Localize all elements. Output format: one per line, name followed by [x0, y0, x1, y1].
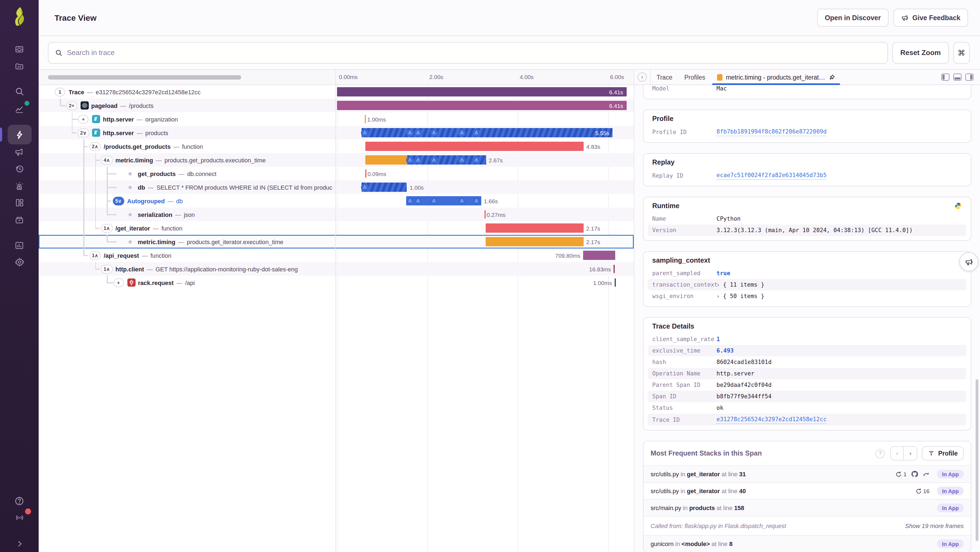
span-bar[interactable] [485, 223, 583, 233]
layout-right-icon[interactable] [965, 73, 974, 81]
trace-row[interactable]: metric.timing—products.get_iterator.exec… [39, 235, 634, 249]
expand-badge[interactable]: 2+ [66, 101, 77, 110]
trace-row[interactable]: 4∧metric.timing—products.get_products.ex… [39, 153, 634, 167]
curve-icon[interactable] [923, 471, 930, 478]
trace-row[interactable]: db—SELECT * FROM products WHERE id IN (S… [39, 180, 634, 194]
span-bar[interactable] [485, 237, 583, 246]
warning-icon[interactable]: ⚠ [473, 197, 480, 204]
sidebar-item-performance[interactable] [0, 126, 39, 143]
shortcuts-button[interactable]: ⌘ [953, 42, 970, 64]
warning-icon[interactable]: ⚠ [473, 129, 480, 137]
sidebar-item-help[interactable] [0, 493, 39, 509]
sidebar-item-releases[interactable] [0, 211, 39, 228]
span-label[interactable]: Trace—e31278c256524c3297e2cd12458e12cc [68, 85, 200, 99]
sidebar-item-broadcast[interactable] [0, 509, 39, 526]
search-input[interactable] [67, 48, 881, 57]
feedback-fab[interactable] [959, 252, 978, 271]
trace-row[interactable]: +http.server—organization1.00ms [39, 112, 634, 126]
called-from-row[interactable]: Called from: flask/app.py in Flask.dispa… [644, 516, 971, 535]
help-icon[interactable]: ? [875, 449, 885, 458]
detail-link[interactable]: 8fb7bb1891994f8c862f206e8722009d [716, 128, 827, 136]
github-icon[interactable] [911, 470, 919, 478]
span-label[interactable]: serialization—json [138, 207, 195, 221]
expand-badge[interactable]: + [113, 278, 124, 287]
expand-badge[interactable]: 1∧ [101, 265, 113, 273]
trace-row[interactable]: 1∧/api_request—function709.80ms [39, 249, 634, 262]
detail-value[interactable]: ›{ 50 items } [716, 292, 764, 300]
open-in-discover-button[interactable]: Open in Discover [817, 9, 889, 27]
warning-icon[interactable]: ⚠ [473, 156, 480, 164]
trace-row[interactable]: get_products—db.connect0.09ms [39, 167, 634, 180]
expand-badge[interactable]: 2∧ [89, 142, 101, 151]
sentry-logo-icon[interactable] [9, 6, 30, 27]
span-tick[interactable] [615, 278, 616, 287]
expand-badge[interactable]: 1∧ [89, 251, 101, 260]
warning-icon[interactable]: ⚠ [414, 156, 422, 164]
warning-icon[interactable]: ⚠ [406, 197, 414, 204]
sidebar-item-projects[interactable] [0, 58, 39, 74]
span-tick[interactable] [365, 115, 366, 123]
tab-profiles[interactable]: Profiles [678, 70, 711, 85]
span-tick[interactable] [614, 265, 615, 273]
trace-row[interactable]: 2∧/products.get_products—function4.83s [39, 139, 634, 153]
sidebar-item-crons[interactable] [0, 178, 39, 194]
show-more-frames-link[interactable]: Show 19 more frames [905, 523, 964, 529]
span-label[interactable]: Autogrouped—db [127, 194, 183, 207]
stack-frame-row[interactable]: src/utils.py in get_iterator at line 401… [644, 482, 971, 499]
reset-zoom-button[interactable]: Reset Zoom [892, 42, 949, 64]
span-label[interactable]: metric.timing—products.get_iterator.exec… [138, 235, 283, 249]
stack-frame-row[interactable]: src/utils.py in get_iterator at line 311… [644, 465, 971, 482]
span-label[interactable]: http.server—organization [103, 112, 178, 126]
trace-row[interactable]: 1∧http.client—GET https://application-mo… [39, 262, 634, 276]
sidebar-item-issues[interactable] [0, 41, 39, 57]
expand-badge[interactable]: 4∧ [101, 156, 113, 164]
span-bar[interactable] [362, 128, 612, 137]
expand-badge[interactable]: 1∧ [101, 224, 113, 232]
warning-icon[interactable]: ⚠ [430, 129, 438, 137]
span-bar[interactable] [337, 87, 626, 96]
trace-row[interactable]: 1Trace—e31278c256524c3297e2cd12458e12cc6… [39, 85, 634, 99]
span-label[interactable]: rack.request—/api [138, 276, 195, 289]
span-bar[interactable] [365, 142, 584, 151]
span-label[interactable]: /get_iterator—function [115, 221, 182, 235]
sidebar-item-insights[interactable] [0, 101, 39, 117]
prev-stack-button[interactable]: ‹ [891, 447, 904, 460]
sidebar-item-alerts[interactable] [0, 143, 39, 160]
panel-collapse-button[interactable]: › [634, 70, 651, 85]
span-label[interactable]: pageload—/products [91, 99, 154, 112]
warning-icon[interactable]: ⚠ [430, 156, 438, 164]
sidebar-item-explore[interactable] [0, 83, 39, 100]
detail-value[interactable]: ›{ 11 items } [716, 281, 764, 289]
trace-row[interactable]: 2+pageload—/products6.41s [39, 99, 634, 112]
span-label[interactable]: get_products—db.connect [138, 167, 216, 180]
warning-icon[interactable]: ⚠ [414, 197, 422, 204]
expand-badge[interactable]: 1 [55, 88, 65, 96]
span-tick[interactable] [485, 211, 486, 219]
tab-trace[interactable]: Trace [651, 70, 678, 85]
warning-icon[interactable]: ⚠ [361, 129, 369, 137]
span-label[interactable]: db—SELECT * FROM products WHERE id IN (S… [138, 180, 332, 194]
warning-icon[interactable]: ⚠ [406, 156, 414, 164]
layout-bottom-icon[interactable] [953, 73, 961, 81]
detail-link[interactable]: ecae7c51f0024f2fa82e6314045d73b5 [716, 171, 827, 180]
sidebar-item-collapse[interactable] [0, 536, 39, 552]
stack-frame-row[interactable]: gunicorn in <module> at line 8In App [644, 535, 971, 552]
trace-row[interactable]: +rack.request—/api1.00ms [39, 276, 634, 289]
trace-search[interactable] [48, 42, 888, 64]
sidebar-item-settings[interactable] [0, 254, 39, 270]
stack-frame-row[interactable]: src/main.py in products at line 158In Ap… [644, 499, 971, 516]
span-label[interactable]: metric.timing—products.get_products.exec… [115, 153, 266, 167]
horizontal-scrollbar[interactable] [48, 75, 241, 80]
detail-link[interactable]: e31278c256524c3297e2cd12458e12cc [716, 415, 827, 424]
expand-badge[interactable]: + [78, 115, 89, 123]
trace-row[interactable]: 2∨http.server—products5.55s⚠⚠⚠⚠⚠⚠ [39, 126, 634, 139]
span-tick[interactable] [365, 169, 366, 178]
sidebar-item-dashboards[interactable] [0, 195, 39, 211]
span-label[interactable]: http.client—GET https://application-moni… [115, 262, 298, 276]
trace-row[interactable]: 1∧/get_iterator—function2.17s [39, 221, 634, 235]
vertical-scrollbar[interactable] [976, 379, 978, 541]
panel-scroll-area[interactable]: ModelMacProfileProfile ID8fb7bb1891994f8… [634, 85, 980, 552]
span-label[interactable]: /products.get_products—function [104, 139, 203, 153]
profile-button[interactable]: Profile [922, 446, 964, 461]
span-label[interactable]: /api_request—function [104, 249, 172, 262]
